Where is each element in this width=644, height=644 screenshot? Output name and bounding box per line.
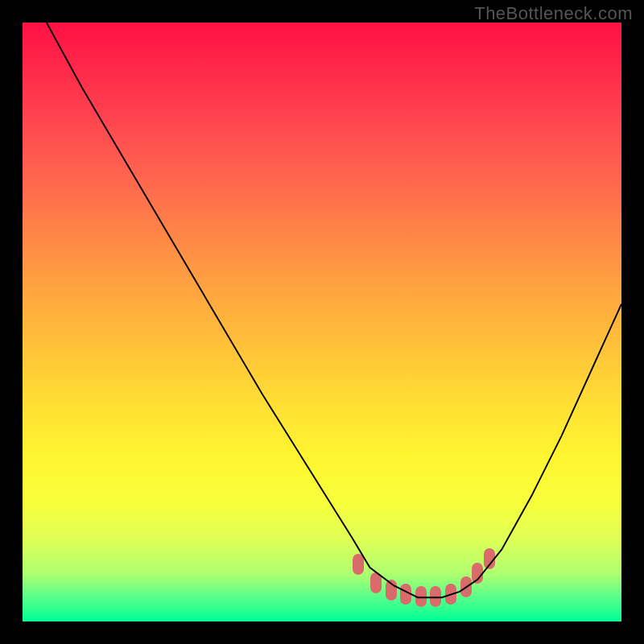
watermark-text: TheBottleneck.com xyxy=(474,3,633,24)
curve-path xyxy=(47,23,621,597)
plot-frame xyxy=(23,23,621,621)
curve-svg xyxy=(23,23,621,621)
